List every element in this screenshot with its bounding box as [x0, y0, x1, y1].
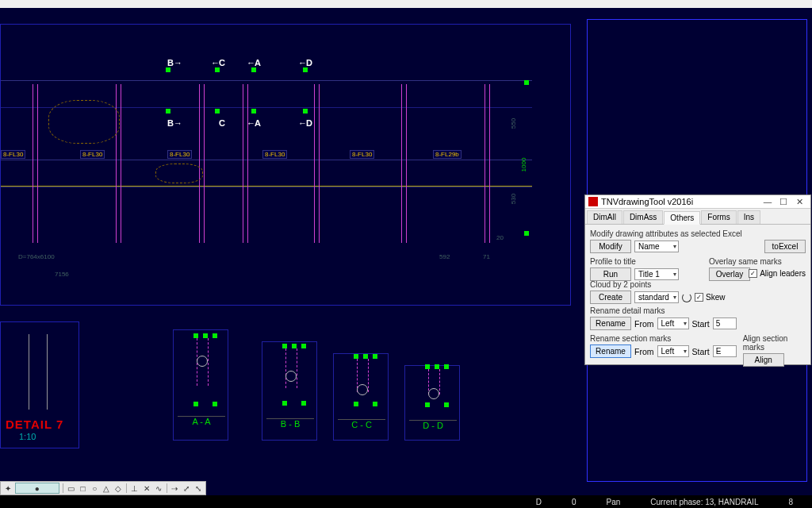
snap-triangle-icon[interactable]: △: [102, 483, 111, 494]
name-select[interactable]: Name▾: [634, 241, 679, 252]
grip[interactable]: [213, 402, 217, 406]
grip[interactable]: [251, 109, 256, 114]
grip[interactable]: [215, 109, 220, 114]
snap-rect-icon[interactable]: ▭: [67, 483, 76, 494]
arrow-icon: →: [174, 118, 182, 128]
section-label: A - A: [178, 416, 225, 426]
group-label: Profile to title: [590, 257, 703, 266]
overlay-button[interactable]: Overlay: [709, 267, 750, 281]
snap-cross-icon[interactable]: ✕: [142, 483, 151, 494]
snap-se-icon[interactable]: ⤡: [193, 483, 203, 494]
grip[interactable]: [166, 67, 170, 72]
grip[interactable]: [444, 364, 449, 369]
tab-forms[interactable]: Forms: [701, 210, 736, 224]
snap-toolbar: ✦ ● ▭ □ ○ △ ◇ ⊥ ✕ ∿ ⇢ ⤢ ⤡: [0, 481, 206, 495]
snap-diamond-icon[interactable]: ◇: [113, 483, 123, 494]
status-d: D: [536, 498, 542, 506]
grip[interactable]: [425, 364, 430, 369]
grip[interactable]: [166, 109, 170, 114]
grip[interactable]: [301, 344, 306, 348]
section-detail-a: A - A: [173, 329, 228, 441]
from-select[interactable]: Left▾: [657, 318, 689, 329]
grip[interactable]: [213, 333, 217, 338]
drawing-frame: B → C ← A ← D ← B → C A ← D ←: [0, 24, 571, 306]
dialog-titlebar[interactable]: TNVdrawingTool v2016i — ☐ ✕: [585, 195, 810, 209]
dimension-text: 20: [496, 234, 504, 241]
snap-arrow-icon[interactable]: ⇢: [170, 483, 179, 494]
grip[interactable]: [193, 402, 198, 406]
group-label: Align section marks: [743, 334, 806, 352]
align-leaders-checkbox[interactable]: ✓Align leaders: [749, 269, 806, 278]
grip[interactable]: [524, 231, 529, 236]
grip[interactable]: [373, 402, 377, 406]
grip[interactable]: [524, 80, 529, 85]
section-mark-d-up: D: [306, 58, 312, 67]
grip[interactable]: [301, 401, 306, 406]
section-mark-c-lo: C: [219, 118, 225, 128]
dialog-tabs: DimAll DimAss Others Forms Ins: [585, 209, 810, 225]
top-menustrip: [0, 0, 812, 8]
create-button[interactable]: Create: [590, 291, 631, 304]
dimension-text: 530: [510, 194, 517, 204]
dimension-text: 71: [483, 253, 490, 260]
align-button[interactable]: Align: [743, 353, 784, 367]
section-mark-d-lo: D: [306, 118, 312, 128]
grip[interactable]: [282, 401, 287, 406]
arrow-icon: ←: [298, 118, 307, 128]
skew-checkbox[interactable]: ✓Skew: [695, 293, 725, 302]
start-input-2[interactable]: E: [713, 345, 737, 357]
snap-endpoint-icon[interactable]: ●: [15, 483, 59, 494]
start-input[interactable]: 5: [713, 318, 737, 329]
dialog-title: TNVdrawingTool v2016i: [601, 197, 760, 206]
grip[interactable]: [354, 354, 358, 359]
tab-ins[interactable]: Ins: [737, 210, 760, 224]
from-label: From: [634, 347, 654, 356]
tab-dimall[interactable]: DimAll: [587, 210, 622, 224]
snap-circle-icon[interactable]: ○: [90, 483, 99, 494]
grip[interactable]: [444, 402, 449, 407]
toexcel-button[interactable]: toExcel: [764, 240, 806, 253]
grip[interactable]: [303, 109, 308, 114]
rename-detail-button[interactable]: Rename: [590, 317, 631, 330]
grip[interactable]: [354, 402, 358, 406]
section-detail-c: C - C: [333, 353, 389, 441]
grip[interactable]: [282, 344, 287, 348]
snap-wave-icon[interactable]: ∿: [154, 483, 163, 494]
profile-tag: 8-FL30: [80, 150, 105, 159]
tab-dimass[interactable]: DimAss: [623, 210, 663, 224]
dialog-body: Modify drawing attributes as selected Ex…: [585, 225, 810, 372]
rename-section-button[interactable]: Rename: [590, 344, 631, 358]
reload-icon[interactable]: [682, 293, 691, 302]
standard-select[interactable]: standard▾: [634, 291, 679, 303]
snap-point-icon[interactable]: ✦: [3, 483, 13, 494]
status-zero: 0: [572, 498, 576, 506]
column: [33, 84, 33, 243]
profile-tag: 8-FL30: [262, 150, 287, 159]
minimize-button[interactable]: —: [760, 197, 776, 206]
run-button[interactable]: Run: [590, 267, 631, 281]
grip[interactable]: [303, 67, 308, 72]
snap-square-icon[interactable]: □: [79, 483, 88, 494]
maximize-button[interactable]: ☐: [776, 197, 791, 206]
modify-button[interactable]: Modify: [590, 240, 631, 253]
dimension-text: 550: [510, 118, 517, 129]
close-button[interactable]: ✕: [791, 197, 807, 206]
axis-line: [1, 186, 532, 187]
status-bar: D 0 Pan Current phase: 13, HANDRAIL 8: [0, 495, 812, 508]
title-select[interactable]: Title 1▾: [634, 268, 679, 280]
grip[interactable]: [215, 67, 220, 72]
section-label: C - C: [338, 419, 385, 429]
tab-others[interactable]: Others: [664, 211, 700, 225]
tnv-drawing-tool-dialog[interactable]: TNVdrawingTool v2016i — ☐ ✕ DimAll DimAs…: [584, 194, 811, 365]
dimension-text: 7156: [55, 271, 69, 278]
profile-tag: 8-FL30: [350, 150, 374, 159]
from-select-2[interactable]: Left▾: [657, 345, 689, 357]
grip[interactable]: [193, 333, 198, 338]
snap-ne-icon[interactable]: ⤢: [182, 483, 191, 494]
section-mark-a-lo: A: [255, 118, 261, 128]
grip[interactable]: [373, 354, 377, 359]
profile-tag: 8-FL30: [167, 150, 192, 159]
grip[interactable]: [251, 67, 256, 72]
grip[interactable]: [425, 402, 430, 407]
snap-perp-icon[interactable]: ⊥: [130, 483, 140, 494]
